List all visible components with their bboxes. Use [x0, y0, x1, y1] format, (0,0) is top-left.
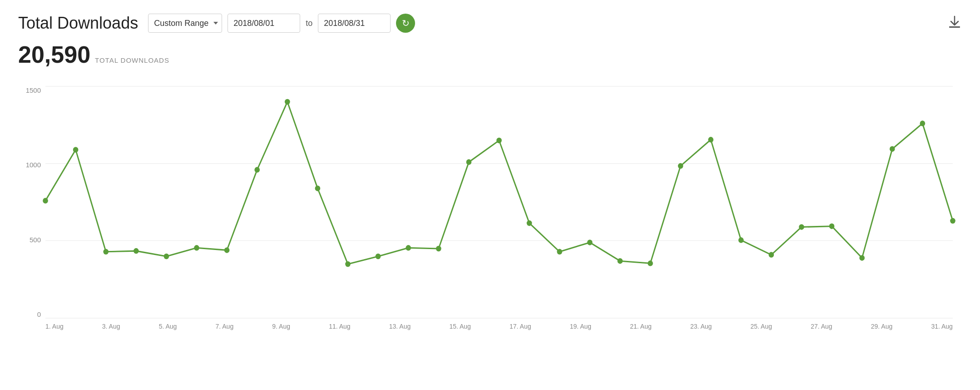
x-label-13aug: 13. Aug: [389, 323, 411, 330]
y-label-0: 0: [37, 310, 41, 318]
x-label-23aug: 23. Aug: [690, 323, 712, 330]
refresh-icon: ↻: [402, 18, 410, 29]
x-axis: 1. Aug 3. Aug 5. Aug 7. Aug 9. Aug 11. A…: [45, 318, 953, 345]
data-dot: [496, 138, 502, 143]
y-label-1000: 1000: [26, 161, 41, 169]
data-dot: [224, 247, 230, 253]
y-axis: 1500 1000 500 0: [18, 86, 45, 318]
data-dot: [285, 99, 290, 105]
data-dot: [254, 167, 260, 172]
line-chart-svg: [45, 86, 953, 318]
data-dot: [466, 159, 472, 165]
x-label-3aug: 3. Aug: [102, 323, 120, 330]
data-dot: [164, 254, 169, 259]
data-dot: [436, 246, 441, 251]
download-icon: [947, 18, 962, 32]
data-dot: [738, 237, 744, 243]
data-dot: [315, 185, 321, 191]
y-label-500: 500: [30, 236, 41, 244]
x-label-9aug: 9. Aug: [272, 323, 290, 330]
x-label-25aug: 25. Aug: [751, 323, 772, 330]
data-dot: [769, 252, 774, 257]
download-button[interactable]: [947, 15, 962, 32]
data-dot: [406, 245, 411, 250]
svg-rect-0: [949, 26, 960, 28]
data-dot: [708, 137, 713, 142]
x-label-1aug: 1. Aug: [45, 323, 64, 330]
total-downloads-value: 20,590: [18, 41, 90, 68]
chart-svg-area: [45, 86, 953, 318]
x-label-29aug: 29. Aug: [871, 323, 893, 330]
range-select[interactable]: Custom Range Last 7 Days Last 30 Days La…: [148, 14, 222, 33]
x-label-7aug: 7. Aug: [215, 323, 233, 330]
data-dot: [648, 260, 653, 266]
data-dot: [678, 163, 683, 169]
data-dot: [799, 224, 804, 230]
x-label-15aug: 15. Aug: [449, 323, 471, 330]
data-dot: [345, 261, 351, 267]
data-dot: [859, 255, 865, 260]
chart-container: 1500 1000 500 0 1. Aug 3. Aug 5. Aug 7. …: [18, 82, 962, 345]
data-dot: [920, 120, 926, 126]
data-dot: [194, 245, 199, 250]
data-dot: [103, 249, 109, 255]
x-label-27aug: 27. Aug: [811, 323, 832, 330]
total-downloads-label: TOTAL DOWNLOADS: [95, 56, 169, 64]
data-dot: [618, 258, 623, 264]
data-dot: [73, 147, 79, 152]
data-dot: [134, 248, 139, 254]
x-label-11aug: 11. Aug: [329, 323, 351, 330]
to-separator: to: [306, 19, 312, 28]
x-label-21aug: 21. Aug: [630, 323, 652, 330]
data-dot: [829, 223, 835, 229]
data-dot: [557, 249, 562, 255]
data-dot: [376, 254, 381, 259]
data-dot: [43, 198, 48, 203]
date-to-input[interactable]: [318, 14, 391, 33]
date-from-input[interactable]: [228, 14, 300, 33]
x-label-31aug: 31. Aug: [931, 323, 953, 330]
refresh-button[interactable]: ↻: [396, 14, 415, 33]
x-label-17aug: 17. Aug: [510, 323, 531, 330]
page-title: Total Downloads: [18, 14, 138, 33]
data-dot: [527, 220, 532, 226]
data-dot: [890, 146, 895, 151]
data-dot: [587, 240, 593, 245]
data-dot: [950, 218, 955, 224]
x-label-5aug: 5. Aug: [159, 323, 177, 330]
data-line: [45, 102, 953, 264]
x-label-19aug: 19. Aug: [570, 323, 592, 330]
y-label-1500: 1500: [26, 86, 41, 94]
